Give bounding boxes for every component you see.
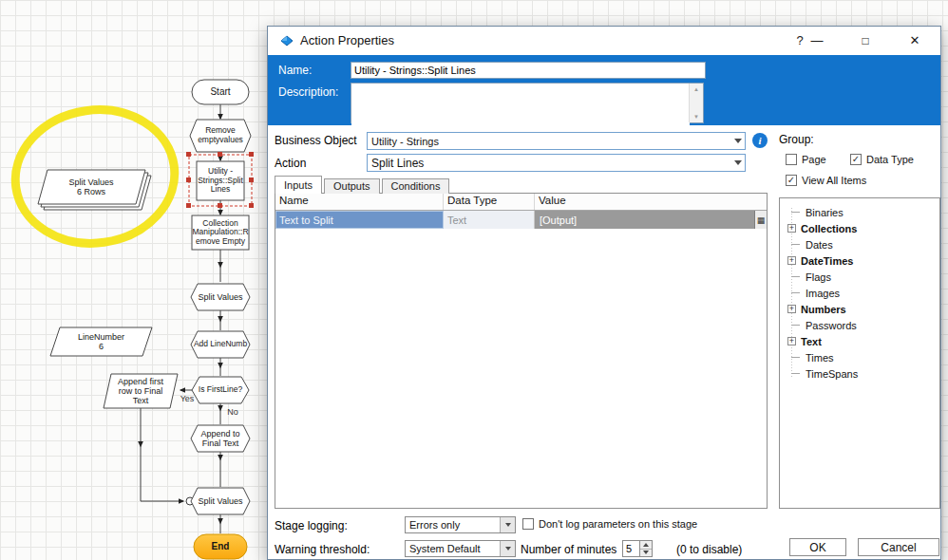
tab-conditions[interactable]: Conditions bbox=[382, 178, 450, 194]
expand-icon[interactable]: + bbox=[787, 305, 796, 313]
node-end[interactable]: End bbox=[194, 534, 247, 559]
node-append-first-row[interactable]: Append first row to Final Text bbox=[105, 374, 176, 408]
datatype-checkbox-row[interactable]: ✓ Data Type bbox=[850, 154, 914, 165]
tab-inputs[interactable]: Inputs bbox=[275, 176, 322, 194]
node-remove-emptyvalues[interactable]: Remove emptyvalues bbox=[190, 120, 251, 152]
node-add-linenumb[interactable]: Add LineNumb bbox=[189, 331, 252, 358]
tree-twig bbox=[791, 244, 800, 245]
input-value-cell[interactable]: [Output] ▦ bbox=[535, 211, 767, 229]
expand-icon[interactable]: + bbox=[787, 224, 796, 233]
stage-logging-select[interactable]: Errors only bbox=[405, 516, 516, 533]
input-name-cell[interactable]: Text to Split bbox=[275, 211, 444, 229]
dialog-titlebar[interactable]: Action Properties ? — □ ✕ bbox=[268, 27, 940, 55]
tree-item-binaries[interactable]: Binaries bbox=[780, 204, 939, 220]
tree-item-passwords[interactable]: Passwords bbox=[780, 317, 939, 333]
node-start[interactable]: Start bbox=[192, 80, 249, 104]
tree-twig bbox=[791, 373, 800, 374]
tree-twig bbox=[791, 357, 800, 358]
view-all-checkbox-row[interactable]: ✓ View All Items bbox=[786, 175, 866, 186]
expand-icon[interactable]: + bbox=[787, 337, 796, 345]
action-properties-icon bbox=[279, 33, 294, 48]
warning-threshold-label: Warning threshold: bbox=[275, 543, 370, 556]
node-is-firstline[interactable]: Is FirstLine? bbox=[191, 377, 250, 403]
minimize-button[interactable]: — bbox=[806, 27, 828, 55]
parameter-tabs: Inputs Outputs Conditions bbox=[275, 177, 451, 194]
scroll-down-icon[interactable]: ▼ bbox=[690, 114, 703, 120]
tree-item-dates[interactable]: Dates bbox=[780, 236, 939, 252]
stepper-down-icon[interactable] bbox=[640, 549, 652, 557]
inputs-table: Name Data Type Value Text to Split Text … bbox=[275, 193, 768, 509]
tree-item-timespans[interactable]: TimeSpans bbox=[780, 365, 939, 382]
page-checkbox[interactable] bbox=[786, 154, 797, 165]
node-append-to-final-text[interactable]: Append to Final Text bbox=[191, 425, 250, 452]
warning-threshold-select[interactable]: System Default bbox=[405, 540, 516, 557]
dont-log-checkbox[interactable] bbox=[522, 518, 534, 530]
chevron-down-icon bbox=[500, 541, 515, 556]
node-split-values-2[interactable]: Split Values bbox=[191, 488, 250, 514]
tree-item-text[interactable]: +Text bbox=[780, 333, 939, 349]
tree-item-numbers[interactable]: +Numbers bbox=[780, 301, 939, 317]
column-header-value[interactable]: Value bbox=[535, 194, 767, 210]
description-scrollbar[interactable]: ▲ ▼ bbox=[689, 84, 703, 122]
close-button[interactable]: ✕ bbox=[902, 27, 927, 55]
page-checkbox-row[interactable]: Page bbox=[786, 154, 826, 165]
action-value: Split Lines bbox=[368, 157, 730, 170]
expression-editor-button[interactable]: ▦ bbox=[754, 211, 767, 229]
disable-hint: (0 to disable) bbox=[676, 543, 742, 556]
dont-log-checkbox-row[interactable]: Don't log parameters on this stage bbox=[522, 518, 697, 530]
action-label: Action bbox=[275, 157, 306, 170]
name-label: Name: bbox=[278, 64, 312, 77]
tree-twig bbox=[791, 212, 800, 213]
view-all-checkbox[interactable]: ✓ bbox=[786, 175, 797, 186]
stage-logging-value: Errors only bbox=[406, 519, 500, 531]
minutes-value[interactable]: 5 bbox=[622, 540, 640, 557]
tab-outputs[interactable]: Outputs bbox=[324, 178, 380, 194]
warning-threshold-value: System Default bbox=[406, 543, 500, 554]
dont-log-label: Don't log parameters on this stage bbox=[539, 518, 697, 530]
description-box: ▲ ▼ bbox=[351, 83, 704, 123]
action-select[interactable]: Split Lines bbox=[367, 154, 746, 172]
stepper-up-icon[interactable] bbox=[640, 541, 652, 549]
edge-label-no: No bbox=[222, 406, 243, 418]
chevron-down-icon bbox=[730, 133, 745, 149]
dialog-header-band: Name: Description: ▲ ▼ bbox=[268, 55, 940, 125]
view-all-checkbox-label: View All Items bbox=[802, 175, 866, 186]
node-split-values-collection[interactable]: Split Values 6 Rows bbox=[40, 170, 142, 204]
tree-item-flags[interactable]: Flags bbox=[780, 269, 939, 285]
maximize-button[interactable]: □ bbox=[853, 27, 878, 55]
table-row[interactable]: Text to Split Text [Output] ▦ bbox=[275, 211, 767, 229]
datatype-checkbox-label: Data Type bbox=[866, 154, 914, 165]
tree-item-collections[interactable]: +Collections bbox=[780, 220, 939, 236]
node-collection-manipulation[interactable]: Collection Manipulation::R emove Empty bbox=[192, 215, 249, 250]
business-object-value: Utility - Strings bbox=[368, 136, 730, 147]
chevron-down-icon bbox=[730, 155, 745, 171]
info-icon[interactable]: i bbox=[752, 133, 768, 148]
tree-item-images[interactable]: Images bbox=[780, 285, 939, 301]
data-type-tree: Binaries +Collections Dates +DateTimes F… bbox=[779, 197, 940, 509]
name-input[interactable] bbox=[351, 62, 706, 79]
action-properties-dialog: Action Properties ? — □ ✕ Name: Descript… bbox=[267, 26, 941, 560]
description-input[interactable] bbox=[351, 84, 690, 126]
ok-button[interactable]: OK bbox=[789, 538, 846, 556]
inputs-table-header: Name Data Type Value bbox=[275, 194, 767, 211]
tree-twig bbox=[791, 325, 800, 326]
minutes-label: Number of minutes bbox=[521, 543, 616, 556]
scroll-up-icon[interactable]: ▲ bbox=[690, 86, 703, 92]
column-header-name[interactable]: Name bbox=[275, 194, 444, 210]
tree-item-times[interactable]: Times bbox=[780, 349, 939, 365]
column-header-datatype[interactable]: Data Type bbox=[444, 194, 535, 210]
node-linenumber-data[interactable]: LineNumber 6 bbox=[52, 327, 150, 356]
expand-icon[interactable]: + bbox=[787, 256, 796, 265]
cancel-button[interactable]: Cancel bbox=[858, 538, 939, 556]
tree-item-datetimes[interactable]: +DateTimes bbox=[780, 252, 939, 269]
datatype-checkbox[interactable]: ✓ bbox=[850, 154, 862, 165]
business-object-select[interactable]: Utility - Strings bbox=[367, 132, 746, 150]
node-split-values-1[interactable]: Split Values bbox=[191, 284, 250, 310]
description-label: Description: bbox=[278, 85, 338, 99]
stage-logging-label: Stage logging: bbox=[275, 519, 348, 532]
minutes-stepper[interactable]: 5 bbox=[622, 540, 653, 557]
chevron-down-icon bbox=[500, 517, 515, 532]
dialog-title: Action Properties bbox=[300, 33, 394, 47]
group-title: Group: bbox=[779, 133, 814, 146]
node-split-lines-stage[interactable]: Utility - Strings::Split Lines bbox=[195, 161, 246, 200]
